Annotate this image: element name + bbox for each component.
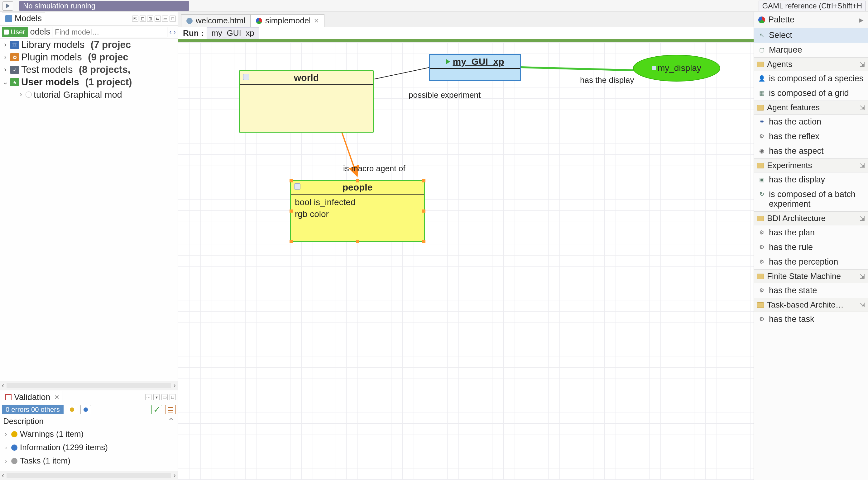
project-icon <box>26 92 32 98</box>
folder-icon <box>757 163 764 168</box>
run-bar: Run : my_GUI_xp <box>178 27 754 39</box>
folder-icon <box>757 302 764 308</box>
crumb-nav[interactable]: ‹ › <box>169 28 176 36</box>
palette-item-plan[interactable]: ⚙has the plan <box>754 226 868 240</box>
display-icon: ▣ <box>758 176 765 183</box>
library-icon: 🏛 <box>10 41 19 49</box>
node-experiment[interactable]: my_GUI_xp <box>429 54 521 81</box>
project-tree[interactable]: ›🏛 Library models (7 projec ›✿ Plugin mo… <box>0 39 178 381</box>
collapse-icon[interactable]: ⇱ <box>132 15 138 22</box>
palette-item-reflex[interactable]: ⚙has the reflex <box>754 129 868 144</box>
val-min-icon[interactable]: ▭ <box>161 394 168 400</box>
find-model-input[interactable] <box>52 27 167 37</box>
user-crumb[interactable]: User <box>2 27 28 37</box>
gaml-reference-hint[interactable]: GAML reference (Ctrl+Shift+H <box>758 1 866 11</box>
tree-row-library[interactable]: ›🏛 Library models (7 projec <box>0 39 178 51</box>
list-chip[interactable]: ≣ <box>165 405 176 414</box>
node-world[interactable]: world <box>239 70 374 133</box>
gear-icon: ⚙ <box>758 259 765 265</box>
error-summary: 0 errors 00 others <box>2 405 64 414</box>
drawer-fsm[interactable]: Finite State Machine⇲ <box>754 269 868 283</box>
pin-icon[interactable]: ⇲ <box>860 104 865 111</box>
pin-icon[interactable]: ⇲ <box>860 273 865 280</box>
cursor-icon: ↖ <box>758 32 765 39</box>
view-menu-icon[interactable]: ▾ <box>153 394 160 400</box>
tab-simplemodel[interactable]: simplemodel ✕ <box>251 14 324 27</box>
chevron-up-icon: ⌃ <box>168 416 175 426</box>
plugin-icon: ✿ <box>10 53 19 61</box>
palette-item-perception[interactable]: ⚙has the perception <box>754 254 868 269</box>
minimize-icon[interactable]: ▭ <box>162 15 168 22</box>
ok-chip[interactable]: ✓ <box>152 405 162 414</box>
errors-chip[interactable] <box>67 405 77 414</box>
tree-row-user[interactable]: ⌄★ User models (1 project) <box>0 76 178 89</box>
sync-icon[interactable]: ⇆ <box>155 15 161 22</box>
palette-item-action[interactable]: ✷has the action <box>754 114 868 129</box>
scroll-right-icon[interactable]: › <box>174 472 176 480</box>
palette-item-grid[interactable]: ▦is composed of a grid <box>754 86 868 101</box>
validation-summary-row: 0 errors 00 others ✓ ≣ <box>0 404 178 415</box>
info-chip[interactable] <box>81 405 91 414</box>
validation-tab[interactable]: Validation ✕ <box>2 391 63 404</box>
drawer-agent-features[interactable]: Agent features⇲ <box>754 101 868 114</box>
palette-tool-select[interactable]: ↖ Select <box>754 28 868 43</box>
close-icon[interactable]: ✕ <box>54 393 60 401</box>
display-icon <box>652 66 656 70</box>
svg-line-2 <box>521 67 636 70</box>
palette-item-display[interactable]: ▣has the display <box>754 172 868 187</box>
description-header[interactable]: Description ⌃ <box>0 415 178 427</box>
validation-item-warnings[interactable]: ›Warnings (1 item) <box>3 427 175 441</box>
edge-label-has-display: has the display <box>580 75 634 85</box>
scroll-right-icon[interactable]: › <box>174 382 176 390</box>
folder-icon <box>757 62 764 67</box>
close-icon[interactable]: ✕ <box>314 17 319 25</box>
pin-icon[interactable]: ⇲ <box>860 61 865 68</box>
node-people[interactable]: people bool is_infected rgb color <box>290 180 425 242</box>
node-display[interactable]: my_display <box>633 55 720 81</box>
tree-row-plugin[interactable]: ›✿ Plugin models (9 projec <box>0 51 178 64</box>
pin-icon[interactable]: ⇲ <box>860 301 865 309</box>
validation-icon <box>5 394 11 400</box>
palette-item-rule[interactable]: ⚙has the rule <box>754 240 868 254</box>
drawer-experiments[interactable]: Experiments⇲ <box>754 159 868 172</box>
diagram-canvas[interactable]: world my_GUI_xp my_display people <box>178 42 754 480</box>
add-icon[interactable]: ⊞ <box>147 15 153 22</box>
models-view-title: Models <box>14 14 42 23</box>
models-view-tabbar: Models ⇱ ⊟ ⊞ ⇆ ▭ □ <box>0 12 178 26</box>
run-experiment-chip[interactable]: my_GUI_xp <box>207 27 259 39</box>
palette-item-task[interactable]: ⚙has the task <box>754 312 868 327</box>
val-max-icon[interactable]: □ <box>169 394 176 400</box>
tree-row-test[interactable]: ›✓ Test models (8 projects, <box>0 64 178 76</box>
scroll-left-icon[interactable]: ‹ <box>2 472 4 480</box>
drawer-task[interactable]: Task-based Archite…⇲ <box>754 298 868 312</box>
validation-item-information[interactable]: ›Information (1299 items) <box>3 441 175 454</box>
tree-row-tutorial[interactable]: › tutorial Graphical mod <box>0 89 178 101</box>
edge-label-possible-experiment: possible experiment <box>409 90 480 100</box>
filter-icon[interactable]: ⋯ <box>145 394 152 400</box>
eye-icon: ◉ <box>758 147 765 155</box>
drawer-bdi[interactable]: BDI Architecture⇲ <box>754 211 868 226</box>
palette-tool-marquee[interactable]: ▢ Marquee <box>754 43 868 57</box>
palette-item-aspect[interactable]: ◉has the aspect <box>754 144 868 159</box>
drawer-agents[interactable]: Agents⇲ <box>754 57 868 71</box>
tree-hscroll[interactable]: ‹ › <box>0 381 178 390</box>
palette-item-batch[interactable]: ↻is composed of a batch experiment <box>754 187 868 211</box>
pin-icon[interactable]: ⇲ <box>860 215 865 222</box>
tab-welcome[interactable]: welcome.html <box>181 14 251 27</box>
validation-hscroll[interactable]: ‹ › <box>0 471 178 480</box>
palette-item-species[interactable]: 👤is composed of a species <box>754 71 868 86</box>
maximize-icon[interactable]: □ <box>169 15 176 22</box>
attr-item: rgb color <box>295 208 420 220</box>
gear-icon: ⚙ <box>758 133 765 140</box>
run-simulation-button[interactable] <box>2 1 13 10</box>
marquee-icon: ▢ <box>758 46 765 53</box>
run-label: Run : <box>183 28 204 38</box>
palette-header[interactable]: Palette ▸ <box>754 12 868 28</box>
min-icon[interactable]: ⊟ <box>140 15 146 22</box>
validation-item-tasks[interactable]: ›Tasks (1 item) <box>3 454 175 468</box>
scroll-left-icon[interactable]: ‹ <box>2 382 4 390</box>
models-view-tab[interactable]: Models <box>2 12 45 25</box>
pin-icon[interactable]: ⇲ <box>860 162 865 169</box>
editor-tabs: welcome.html simplemodel ✕ <box>178 12 754 27</box>
palette-item-state[interactable]: ⚙has the state <box>754 283 868 298</box>
